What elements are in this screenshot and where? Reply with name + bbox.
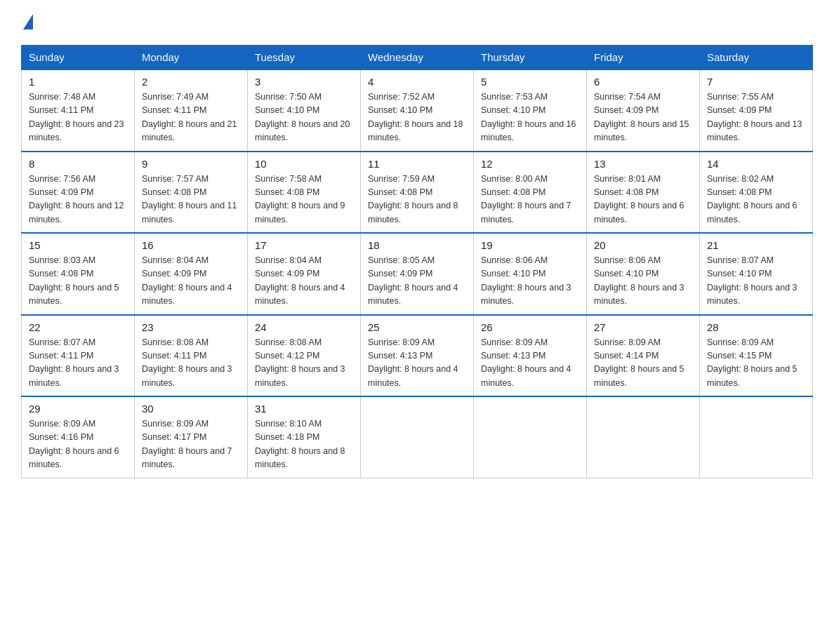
day-info: Sunrise: 8:09 AMSunset: 4:16 PMDaylight:… xyxy=(29,417,127,472)
day-info: Sunrise: 7:56 AMSunset: 4:09 PMDaylight:… xyxy=(29,173,127,227)
calendar-cell: 10 Sunrise: 7:58 AMSunset: 4:08 PMDaylig… xyxy=(248,152,361,234)
day-info: Sunrise: 8:09 AMSunset: 4:13 PMDaylight:… xyxy=(368,336,466,391)
day-number: 25 xyxy=(368,321,466,333)
weekday-header-friday: Friday xyxy=(587,46,700,70)
calendar-cell: 22 Sunrise: 8:07 AMSunset: 4:11 PMDaylig… xyxy=(22,315,135,397)
day-info: Sunrise: 7:59 AMSunset: 4:08 PMDaylight:… xyxy=(368,173,466,227)
calendar-cell: 15 Sunrise: 8:03 AMSunset: 4:08 PMDaylig… xyxy=(22,233,135,315)
weekday-header-monday: Monday xyxy=(135,46,248,70)
day-number: 3 xyxy=(255,76,353,88)
day-number: 15 xyxy=(29,239,127,251)
calendar-week-row: 1 Sunrise: 7:48 AMSunset: 4:11 PMDayligh… xyxy=(22,69,813,152)
weekday-header-row: SundayMondayTuesdayWednesdayThursdayFrid… xyxy=(22,46,813,70)
day-info: Sunrise: 8:01 AMSunset: 4:08 PMDaylight:… xyxy=(594,173,692,227)
calendar-week-row: 15 Sunrise: 8:03 AMSunset: 4:08 PMDaylig… xyxy=(22,233,813,315)
calendar-cell: 7 Sunrise: 7:55 AMSunset: 4:09 PMDayligh… xyxy=(700,69,813,152)
day-number: 2 xyxy=(142,76,240,88)
day-info: Sunrise: 7:48 AMSunset: 4:11 PMDaylight:… xyxy=(29,90,127,145)
day-number: 18 xyxy=(368,239,466,251)
day-number: 1 xyxy=(29,76,127,88)
calendar-cell: 27 Sunrise: 8:09 AMSunset: 4:14 PMDaylig… xyxy=(587,315,700,397)
weekday-header-thursday: Thursday xyxy=(474,46,587,70)
calendar-cell: 6 Sunrise: 7:54 AMSunset: 4:09 PMDayligh… xyxy=(587,69,700,152)
calendar-table: SundayMondayTuesdayWednesdayThursdayFrid… xyxy=(21,45,813,478)
day-number: 27 xyxy=(594,321,692,333)
day-number: 22 xyxy=(29,321,127,333)
day-info: Sunrise: 8:09 AMSunset: 4:15 PMDaylight:… xyxy=(707,336,805,391)
calendar-cell: 3 Sunrise: 7:50 AMSunset: 4:10 PMDayligh… xyxy=(248,69,361,152)
day-info: Sunrise: 8:08 AMSunset: 4:11 PMDaylight:… xyxy=(142,336,240,391)
calendar-week-row: 8 Sunrise: 7:56 AMSunset: 4:09 PMDayligh… xyxy=(22,152,813,234)
day-number: 7 xyxy=(707,76,805,88)
day-number: 6 xyxy=(594,76,692,88)
day-info: Sunrise: 8:09 AMSunset: 4:14 PMDaylight:… xyxy=(594,336,692,391)
day-info: Sunrise: 7:55 AMSunset: 4:09 PMDaylight:… xyxy=(707,90,805,145)
calendar-cell: 18 Sunrise: 8:05 AMSunset: 4:09 PMDaylig… xyxy=(361,233,474,315)
day-number: 12 xyxy=(481,158,579,170)
calendar-cell: 5 Sunrise: 7:53 AMSunset: 4:10 PMDayligh… xyxy=(474,69,587,152)
day-info: Sunrise: 8:06 AMSunset: 4:10 PMDaylight:… xyxy=(481,254,579,309)
day-number: 26 xyxy=(481,321,579,333)
day-number: 19 xyxy=(481,239,579,251)
day-info: Sunrise: 8:00 AMSunset: 4:08 PMDaylight:… xyxy=(481,173,579,227)
calendar-cell: 20 Sunrise: 8:06 AMSunset: 4:10 PMDaylig… xyxy=(587,233,700,315)
day-number: 9 xyxy=(142,158,240,170)
calendar-cell: 13 Sunrise: 8:01 AMSunset: 4:08 PMDaylig… xyxy=(587,152,700,234)
logo xyxy=(21,14,33,31)
day-info: Sunrise: 8:07 AMSunset: 4:11 PMDaylight:… xyxy=(29,336,127,391)
day-number: 24 xyxy=(255,321,353,333)
calendar-cell: 2 Sunrise: 7:49 AMSunset: 4:11 PMDayligh… xyxy=(135,69,248,152)
calendar-cell xyxy=(700,396,813,478)
day-info: Sunrise: 8:09 AMSunset: 4:13 PMDaylight:… xyxy=(481,336,579,391)
calendar-cell: 4 Sunrise: 7:52 AMSunset: 4:10 PMDayligh… xyxy=(361,69,474,152)
day-number: 14 xyxy=(707,158,805,170)
day-number: 8 xyxy=(29,158,127,170)
day-number: 10 xyxy=(255,158,353,170)
calendar-week-row: 22 Sunrise: 8:07 AMSunset: 4:11 PMDaylig… xyxy=(22,315,813,397)
day-info: Sunrise: 7:57 AMSunset: 4:08 PMDaylight:… xyxy=(142,173,240,227)
calendar-cell: 11 Sunrise: 7:59 AMSunset: 4:08 PMDaylig… xyxy=(361,152,474,234)
calendar-cell: 23 Sunrise: 8:08 AMSunset: 4:11 PMDaylig… xyxy=(135,315,248,397)
calendar-cell xyxy=(587,396,700,478)
day-info: Sunrise: 7:52 AMSunset: 4:10 PMDaylight:… xyxy=(368,90,466,145)
day-info: Sunrise: 8:10 AMSunset: 4:18 PMDaylight:… xyxy=(255,417,353,472)
logo-triangle-icon xyxy=(23,14,33,29)
calendar-cell: 24 Sunrise: 8:08 AMSunset: 4:12 PMDaylig… xyxy=(248,315,361,397)
day-number: 28 xyxy=(707,321,805,333)
day-number: 31 xyxy=(255,403,353,415)
calendar-cell: 30 Sunrise: 8:09 AMSunset: 4:17 PMDaylig… xyxy=(135,396,248,478)
day-number: 16 xyxy=(142,239,240,251)
calendar-week-row: 29 Sunrise: 8:09 AMSunset: 4:16 PMDaylig… xyxy=(22,396,813,478)
calendar-cell xyxy=(361,396,474,478)
calendar-cell: 29 Sunrise: 8:09 AMSunset: 4:16 PMDaylig… xyxy=(22,396,135,478)
day-number: 29 xyxy=(29,403,127,415)
calendar-cell: 16 Sunrise: 8:04 AMSunset: 4:09 PMDaylig… xyxy=(135,233,248,315)
weekday-header-wednesday: Wednesday xyxy=(361,46,474,70)
day-info: Sunrise: 8:07 AMSunset: 4:10 PMDaylight:… xyxy=(707,254,805,309)
day-info: Sunrise: 7:49 AMSunset: 4:11 PMDaylight:… xyxy=(142,90,240,145)
day-info: Sunrise: 8:08 AMSunset: 4:12 PMDaylight:… xyxy=(255,336,353,391)
day-info: Sunrise: 8:09 AMSunset: 4:17 PMDaylight:… xyxy=(142,417,240,472)
calendar-cell: 31 Sunrise: 8:10 AMSunset: 4:18 PMDaylig… xyxy=(248,396,361,478)
day-number: 23 xyxy=(142,321,240,333)
day-number: 5 xyxy=(481,76,579,88)
day-info: Sunrise: 8:04 AMSunset: 4:09 PMDaylight:… xyxy=(255,254,353,309)
day-number: 17 xyxy=(255,239,353,251)
calendar-cell: 25 Sunrise: 8:09 AMSunset: 4:13 PMDaylig… xyxy=(361,315,474,397)
day-info: Sunrise: 7:54 AMSunset: 4:09 PMDaylight:… xyxy=(594,90,692,145)
day-info: Sunrise: 8:04 AMSunset: 4:09 PMDaylight:… xyxy=(142,254,240,309)
day-info: Sunrise: 7:58 AMSunset: 4:08 PMDaylight:… xyxy=(255,173,353,227)
calendar-cell: 17 Sunrise: 8:04 AMSunset: 4:09 PMDaylig… xyxy=(248,233,361,315)
calendar-cell: 14 Sunrise: 8:02 AMSunset: 4:08 PMDaylig… xyxy=(700,152,813,234)
day-info: Sunrise: 8:03 AMSunset: 4:08 PMDaylight:… xyxy=(29,254,127,309)
calendar-cell: 1 Sunrise: 7:48 AMSunset: 4:11 PMDayligh… xyxy=(22,69,135,152)
calendar-cell: 21 Sunrise: 8:07 AMSunset: 4:10 PMDaylig… xyxy=(700,233,813,315)
day-info: Sunrise: 8:06 AMSunset: 4:10 PMDaylight:… xyxy=(594,254,692,309)
day-info: Sunrise: 8:05 AMSunset: 4:09 PMDaylight:… xyxy=(368,254,466,309)
day-number: 13 xyxy=(594,158,692,170)
weekday-header-saturday: Saturday xyxy=(700,46,813,70)
day-number: 30 xyxy=(142,403,240,415)
calendar-cell: 9 Sunrise: 7:57 AMSunset: 4:08 PMDayligh… xyxy=(135,152,248,234)
day-number: 20 xyxy=(594,239,692,251)
calendar-cell: 28 Sunrise: 8:09 AMSunset: 4:15 PMDaylig… xyxy=(700,315,813,397)
